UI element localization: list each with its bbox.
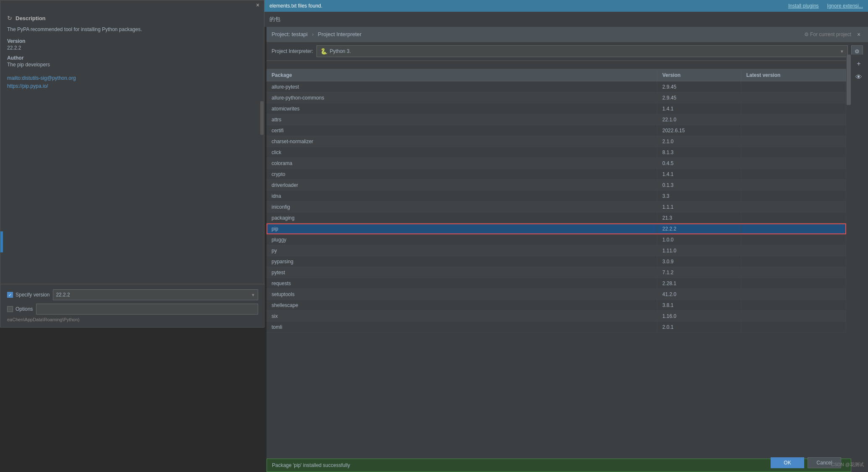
specify-version-label: Specify version (16, 292, 50, 298)
package-name-cell: atomicwrites (267, 103, 657, 114)
table-row[interactable]: pip22.2.2 (267, 223, 846, 234)
table-row[interactable]: pluggy1.0.0 (267, 234, 846, 245)
specify-version-checkbox-container[interactable]: Specify version (7, 292, 50, 298)
table-header: Package Version Latest version (267, 69, 846, 81)
table-row[interactable]: atomicwrites1.4.1 (267, 103, 846, 114)
right-actions: + 👁 (851, 55, 868, 87)
options-input[interactable] (36, 304, 258, 315)
package-name-cell: allure-python-commons (267, 92, 657, 103)
ignore-link[interactable]: Ignore extensi... (827, 3, 863, 9)
table-row[interactable]: idna3.3 (267, 191, 846, 202)
package-name-cell: requests (267, 278, 657, 288)
table-row[interactable]: tomli2.0.1 (267, 322, 846, 333)
package-latest-cell (741, 136, 846, 147)
table-row[interactable]: allure-pytest2.9.45 (267, 81, 846, 92)
options-row: Options (7, 304, 258, 315)
description-title: Description (16, 15, 46, 21)
package-name-cell: colorama (267, 158, 657, 168)
eye-icon: 👁 (855, 73, 862, 81)
table-row[interactable]: attrs22.1.0 (267, 114, 846, 125)
ok-button[interactable]: OK (771, 457, 804, 468)
python-icon: 🐍 (320, 48, 327, 55)
package-version-cell: 21.3 (657, 212, 741, 223)
left-scrollbar-thumb[interactable] (260, 101, 264, 135)
options-checkbox-container[interactable]: Options (7, 306, 33, 312)
dropdown-arrow-icon: ▼ (251, 293, 255, 297)
package-latest-cell (741, 114, 846, 125)
interpreter-text: Python 3. (329, 48, 837, 54)
table-row[interactable]: pytest7.1.2 (267, 267, 846, 278)
package-latest-cell (741, 278, 846, 288)
package-name-cell: pyparsing (267, 256, 657, 267)
version-dropdown-value: 22.2.2 (56, 292, 70, 298)
dialog-titlebar: Project: testapi › Project Interpreter ⚙… (267, 27, 868, 42)
table-row[interactable]: pyparsing3.0.9 (267, 256, 846, 267)
table-row[interactable]: iniconfig1.1.1 (267, 202, 846, 212)
package-version-cell: 2022.6.15 (657, 125, 741, 136)
close-button[interactable]: × (251, 0, 264, 10)
email-link[interactable]: mailto:distutils-sig@python.org (7, 74, 257, 82)
package-name-cell: idna (267, 191, 657, 201)
package-name-cell: tomli (267, 322, 657, 332)
package-version-cell: 8.1.3 (657, 147, 741, 157)
package-version-cell: 22.2.2 (657, 223, 741, 234)
table-row[interactable]: crypto1.4.1 (267, 169, 846, 180)
package-version-cell: 2.1.0 (657, 136, 741, 147)
eye-button[interactable]: 👁 (853, 71, 865, 83)
table-row[interactable]: click8.1.3 (267, 147, 846, 158)
package-latest-cell (741, 322, 846, 332)
table-row[interactable]: charset-normalizer2.1.0 (267, 136, 846, 147)
package-name-cell: pip (267, 223, 657, 234)
dialog-close-button[interactable]: × (855, 30, 863, 39)
column-header-version: Version (657, 69, 741, 81)
package-name-cell: packaging (267, 212, 657, 223)
package-latest-cell (741, 147, 846, 157)
blue-accent-bar (0, 231, 3, 252)
table-row[interactable]: six1.16.0 (267, 311, 846, 322)
column-header-latest: Latest version (741, 69, 846, 81)
table-row[interactable]: colorama0.4.5 (267, 158, 846, 169)
table-scrollbar[interactable] (846, 55, 851, 459)
package-name-cell: py (267, 245, 657, 256)
breadcrumb-separator-icon: › (312, 31, 314, 37)
package-latest-cell (741, 234, 846, 245)
package-name-cell: click (267, 147, 657, 157)
package-version-cell: 1.4.1 (657, 103, 741, 114)
csdn-watermark: CSDN @花测试 (831, 462, 864, 468)
package-latest-cell (741, 212, 846, 223)
website-link[interactable]: https://pip.pypa.io/ (7, 82, 257, 90)
table-row[interactable]: setuptools41.2.0 (267, 289, 846, 300)
table-body: allure-pytest2.9.45allure-python-commons… (267, 81, 846, 454)
table-row[interactable]: packaging21.3 (267, 212, 846, 223)
table-row[interactable]: py1.11.0 (267, 245, 846, 256)
version-dropdown[interactable]: 22.2.2 ▼ (53, 289, 258, 300)
table-row[interactable]: shellescape3.8.1 (267, 300, 846, 311)
package-name-cell: driverloader (267, 180, 657, 190)
table-row[interactable]: requests2.28.1 (267, 278, 846, 289)
version-value: 22.2.2 (7, 45, 257, 51)
package-version-cell: 1.11.0 (657, 245, 741, 256)
package-latest-cell (741, 103, 846, 114)
options-checkbox[interactable] (7, 306, 13, 312)
package-latest-cell (741, 256, 846, 267)
table-row[interactable]: certifi2022.6.15 (267, 125, 846, 136)
left-scrollbar[interactable] (260, 17, 264, 269)
for-current-project-text: ⚙ For current project (804, 31, 851, 37)
specify-version-checkbox[interactable] (7, 292, 13, 298)
table-row[interactable]: allure-python-commons2.9.45 (267, 92, 846, 103)
refresh-icon[interactable]: ↻ (7, 15, 12, 21)
specify-version-row: Specify version 22.2.2 ▼ (7, 289, 258, 300)
package-latest-cell (741, 267, 846, 278)
success-message-bar: Package 'pip' installed successfully (267, 459, 851, 472)
column-header-package: Package (267, 69, 657, 81)
bottom-controls: Specify version 22.2.2 ▼ Options eaChen\… (0, 284, 265, 327)
description-text: The PyPA recommended tool for installing… (7, 26, 257, 33)
package-version-cell: 41.2.0 (657, 289, 741, 299)
table-row[interactable]: driverloader0.1.3 (267, 180, 846, 191)
package-latest-cell (741, 92, 846, 103)
install-plugins-link[interactable]: Install plugins (788, 3, 819, 9)
package-name-cell: certifi (267, 125, 657, 136)
table-scrollbar-thumb[interactable] (847, 55, 851, 105)
add-package-button[interactable]: + (853, 58, 865, 70)
interpreter-dropdown[interactable]: 🐍 Python 3. ▼ (316, 45, 848, 57)
